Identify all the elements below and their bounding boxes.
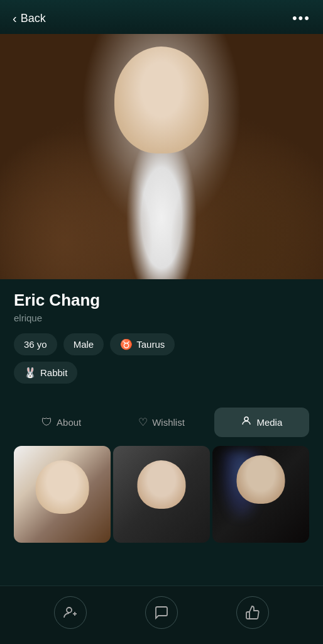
add-friend-button[interactable]	[54, 596, 87, 629]
tags-container: 36 yo Male ♉ Taurus	[14, 333, 309, 355]
svg-point-0	[244, 417, 248, 421]
more-options-button[interactable]: •••	[292, 10, 310, 26]
photo-overlay	[0, 34, 323, 279]
rabbit-icon: 🐰	[24, 367, 36, 379]
tab-media[interactable]: Media	[214, 408, 309, 437]
message-button[interactable]	[145, 596, 178, 629]
media-grid	[0, 446, 323, 555]
profile-photo	[0, 34, 323, 279]
media-item-2[interactable]	[113, 446, 210, 543]
gender-tag: Male	[63, 333, 104, 355]
like-button[interactable]	[236, 596, 269, 629]
tab-wishlist-label: Wishlist	[152, 417, 185, 428]
zodiac-label: Taurus	[136, 339, 165, 350]
tab-about-label: About	[57, 417, 81, 428]
chinese-zodiac-tag: 🐰 Rabbit	[14, 362, 77, 384]
about-icon: 🛡	[41, 416, 52, 429]
media-item-3[interactable]	[212, 446, 309, 543]
tab-media-label: Media	[256, 417, 282, 428]
age-tag: 36 yo	[14, 333, 57, 355]
second-tags-row: 🐰 Rabbit	[14, 362, 309, 384]
tab-about[interactable]: 🛡 About	[14, 408, 109, 437]
bottom-navigation	[0, 586, 323, 644]
profile-username: elrique	[14, 313, 309, 323]
zodiac-tag: ♉ Taurus	[110, 333, 175, 355]
header: ‹ Back •••	[0, 0, 323, 34]
tab-wishlist[interactable]: ♡ Wishlist	[114, 408, 209, 437]
wishlist-icon: ♡	[138, 416, 148, 429]
profile-image-container	[0, 34, 323, 279]
back-label: Back	[21, 12, 46, 25]
media-item-1[interactable]	[14, 446, 111, 543]
media-icon	[241, 415, 252, 430]
back-arrow-icon: ‹	[13, 12, 17, 25]
chinese-zodiac-label: Rabbit	[40, 367, 67, 378]
gender-label: Male	[74, 339, 94, 350]
profile-info: Eric Chang elrique 36 yo Male ♉ Taurus 🐰…	[0, 279, 323, 399]
profile-name: Eric Chang	[14, 291, 309, 310]
age-label: 36 yo	[24, 339, 47, 350]
svg-point-1	[67, 608, 72, 613]
tabs-container: 🛡 About ♡ Wishlist Media	[0, 399, 323, 446]
back-button[interactable]: ‹ Back	[13, 12, 46, 25]
zodiac-icon: ♉	[120, 338, 133, 350]
